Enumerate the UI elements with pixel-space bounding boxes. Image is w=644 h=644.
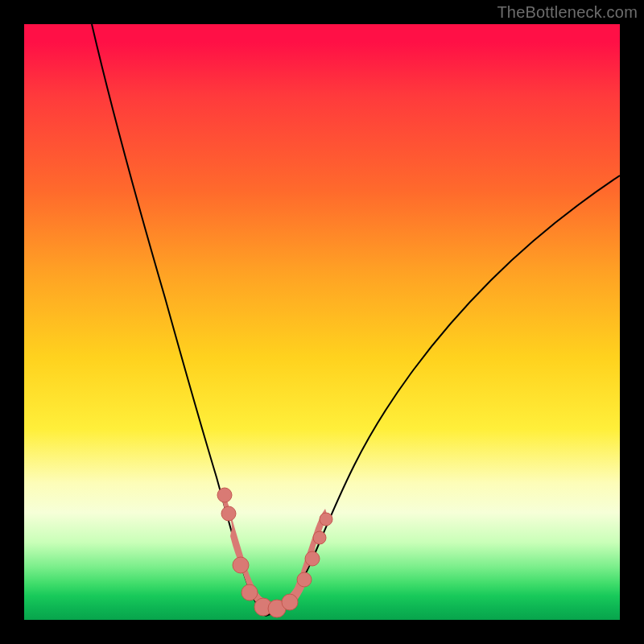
watermark-text: TheBottleneck.com xyxy=(497,3,638,22)
marker-dot xyxy=(297,572,312,587)
marker-dot xyxy=(221,506,236,521)
marker-dot xyxy=(233,557,249,573)
marker-dot xyxy=(242,584,258,601)
marker-dot xyxy=(313,531,326,544)
right-rising-curve xyxy=(266,175,620,616)
plot-area xyxy=(24,24,620,620)
curves-layer xyxy=(24,24,620,620)
marker-dot xyxy=(217,488,232,502)
marker-dot xyxy=(282,594,298,610)
left-falling-curve xyxy=(92,24,266,616)
marker-group xyxy=(217,488,332,617)
marker-dot xyxy=(320,513,332,526)
outer-frame: TheBottleneck.com xyxy=(0,0,644,644)
marker-dot xyxy=(305,551,320,566)
